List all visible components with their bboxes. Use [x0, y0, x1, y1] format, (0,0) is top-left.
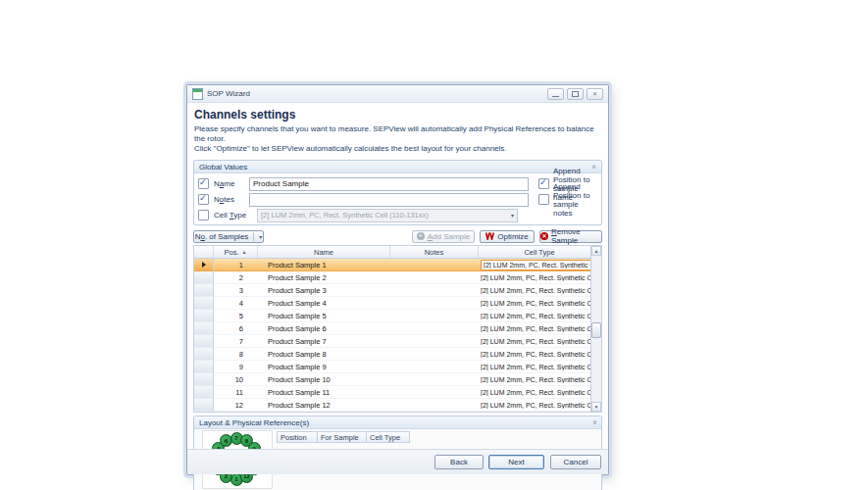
- row-selector[interactable]: [194, 361, 214, 373]
- name-cell[interactable]: Product Sample 5: [258, 310, 390, 322]
- cell-type-value: [2] LUM 2mm, PC, Rect. Synthetic Cell (1…: [481, 364, 594, 370]
- cell-type-cell[interactable]: [2] LUM 2mm, PC, Rect. Synthetic Cell (1…: [479, 271, 601, 284]
- row-selector[interactable]: [194, 297, 214, 310]
- name-cell[interactable]: Product Sample 2: [258, 271, 390, 284]
- row-selector[interactable]: [194, 335, 214, 348]
- notes-cell[interactable]: [390, 373, 479, 386]
- row-selector[interactable]: [194, 259, 214, 271]
- notes-cell[interactable]: [390, 399, 479, 412]
- scrollbar-thumb[interactable]: [591, 322, 601, 338]
- name-cell[interactable]: Product Sample 11: [258, 386, 390, 399]
- cell-type-dropdown[interactable]: [2] LUM 2mm, PC, Rect. Synthetic Cell (1…: [481, 260, 599, 270]
- table-row[interactable]: 8Product Sample 8[2] LUM 2mm, PC, Rect. …: [194, 348, 601, 361]
- collapse-down-icon[interactable]: »: [590, 420, 598, 424]
- notes-cell[interactable]: [390, 322, 479, 335]
- no-of-samples-button[interactable]: No. of Samples ▾: [193, 230, 264, 243]
- remove-sample-button[interactable]: ✕ Remove Sample: [539, 230, 602, 243]
- collapse-up-icon[interactable]: »: [590, 165, 598, 169]
- pos-column-header[interactable]: Pos. ▲: [214, 246, 258, 258]
- name-cell[interactable]: Product Sample 1: [258, 259, 390, 271]
- vertical-scrollbar[interactable]: ▲ ▼: [590, 246, 601, 412]
- name-cell[interactable]: Product Sample 9: [258, 361, 390, 373]
- name-cell[interactable]: Product Sample 3: [258, 284, 390, 297]
- notes-cell[interactable]: [390, 386, 479, 399]
- name-cell[interactable]: Product Sample 4: [258, 297, 390, 310]
- optimize-button[interactable]: Optimize: [480, 230, 535, 243]
- table-row[interactable]: 4Product Sample 4[2] LUM 2mm, PC, Rect. …: [194, 297, 601, 310]
- row-selector[interactable]: [194, 348, 214, 361]
- title-bar[interactable]: SOP Wizard: [187, 85, 608, 103]
- notes-checkbox[interactable]: [198, 194, 209, 205]
- notes-cell[interactable]: [390, 335, 479, 348]
- next-button[interactable]: Next: [488, 455, 544, 469]
- notes-cell[interactable]: [390, 310, 479, 322]
- layout-references-header[interactable]: Layout & Physical Reference(s) »: [194, 416, 601, 429]
- minimize-button[interactable]: [547, 88, 564, 100]
- references-table-header: Position For Sample Cell Type: [277, 431, 410, 443]
- position-column-header[interactable]: Position: [277, 431, 318, 443]
- cancel-button[interactable]: Cancel: [550, 455, 601, 469]
- close-button[interactable]: [587, 88, 603, 100]
- cell-type-checkbox[interactable]: [198, 210, 209, 220]
- append-position-name-checkbox[interactable]: [538, 178, 549, 189]
- name-input[interactable]: Product Sample: [249, 177, 529, 191]
- for-sample-column-header[interactable]: For Sample: [318, 431, 367, 443]
- cell-type-cell[interactable]: [2] LUM 2mm, PC, Rect. Synthetic Cell (1…: [479, 335, 601, 348]
- notes-cell[interactable]: [390, 348, 479, 361]
- append-position-notes-checkbox[interactable]: [538, 194, 549, 205]
- cell-type-cell[interactable]: [2] LUM 2mm, PC, Rect. Synthetic Cell (1…: [479, 361, 601, 373]
- pos-cell: 12: [214, 399, 258, 412]
- row-selector[interactable]: [194, 271, 214, 284]
- table-row[interactable]: 1Product Sample 1[2] LUM 2mm, PC, Rect. …: [194, 259, 601, 271]
- cell-type-cell[interactable]: [2] LUM 2mm, PC, Rect. Synthetic Cell (1…: [479, 373, 601, 386]
- scroll-up-icon[interactable]: ▲: [591, 246, 601, 256]
- row-selector[interactable]: [194, 373, 214, 386]
- row-selector[interactable]: [194, 386, 214, 399]
- name-checkbox[interactable]: [198, 178, 209, 189]
- notes-cell[interactable]: [390, 259, 479, 271]
- cell-type-cell[interactable]: [2] LUM 2mm, PC, Rect. Synthetic Cell (1…: [479, 348, 601, 361]
- notes-column-header[interactable]: Notes: [390, 246, 479, 258]
- table-row[interactable]: 11Product Sample 11[2] LUM 2mm, PC, Rect…: [194, 386, 601, 399]
- notes-cell[interactable]: [390, 297, 479, 310]
- cell-type-cell[interactable]: [2] LUM 2mm, PC, Rect. Synthetic Cell (1…: [479, 297, 601, 310]
- name-cell[interactable]: Product Sample 8: [258, 348, 390, 361]
- cell-type-cell[interactable]: [2] LUM 2mm, PC, Rect. Synthetic Cell (1…: [479, 322, 601, 335]
- row-selector[interactable]: [194, 284, 214, 297]
- pos-cell: 4: [214, 297, 258, 310]
- add-sample-button[interactable]: + Add Sample: [412, 230, 475, 243]
- row-selector[interactable]: [194, 399, 214, 412]
- cell-type-column-header[interactable]: Cell Type: [479, 246, 601, 258]
- ref-cell-type-column-header[interactable]: Cell Type: [367, 431, 410, 443]
- add-sample-label: Add Sample: [428, 232, 471, 241]
- table-row[interactable]: 9Product Sample 9[2] LUM 2mm, PC, Rect. …: [194, 361, 601, 373]
- table-row[interactable]: 2Product Sample 2[2] LUM 2mm, PC, Rect. …: [194, 271, 601, 284]
- name-column-header[interactable]: Name: [258, 246, 390, 258]
- scroll-down-icon[interactable]: ▼: [591, 402, 601, 412]
- notes-input[interactable]: [249, 193, 529, 207]
- name-cell[interactable]: Product Sample 6: [258, 322, 390, 335]
- name-cell[interactable]: Product Sample 10: [258, 373, 390, 386]
- table-row[interactable]: 3Product Sample 3[2] LUM 2mm, PC, Rect. …: [194, 284, 601, 297]
- table-row[interactable]: 12Product Sample 12[2] LUM 2mm, PC, Rect…: [194, 399, 601, 412]
- cell-type-cell[interactable]: [2] LUM 2mm, PC, Rect. Synthetic Cell (1…: [479, 284, 601, 297]
- notes-cell[interactable]: [390, 284, 479, 297]
- table-row[interactable]: 10Product Sample 10[2] LUM 2mm, PC, Rect…: [194, 373, 601, 386]
- table-row[interactable]: 5Product Sample 5[2] LUM 2mm, PC, Rect. …: [194, 310, 601, 322]
- name-cell[interactable]: Product Sample 12: [258, 399, 390, 412]
- notes-cell[interactable]: [390, 271, 479, 284]
- selector-column-header[interactable]: [194, 246, 214, 258]
- table-row[interactable]: 7Product Sample 7[2] LUM 2mm, PC, Rect. …: [194, 335, 601, 348]
- notes-cell[interactable]: [390, 361, 479, 373]
- pos-cell: 10: [214, 373, 258, 386]
- row-selector[interactable]: [194, 322, 214, 335]
- cell-type-cell[interactable]: [2] LUM 2mm, PC, Rect. Synthetic Cell (1…: [479, 399, 601, 412]
- cell-type-cell[interactable]: [2] LUM 2mm, PC, Rect. Synthetic Cell (1…: [479, 310, 601, 322]
- cell-type-cell[interactable]: [2] LUM 2mm, PC, Rect. Synthetic Cell (1…: [479, 259, 601, 271]
- name-cell[interactable]: Product Sample 7: [258, 335, 390, 348]
- row-selector[interactable]: [194, 310, 214, 322]
- back-button[interactable]: Back: [434, 455, 484, 469]
- table-row[interactable]: 6Product Sample 6[2] LUM 2mm, PC, Rect. …: [194, 322, 601, 335]
- maximize-button[interactable]: [567, 88, 584, 100]
- cell-type-cell[interactable]: [2] LUM 2mm, PC, Rect. Synthetic Cell (1…: [479, 386, 601, 399]
